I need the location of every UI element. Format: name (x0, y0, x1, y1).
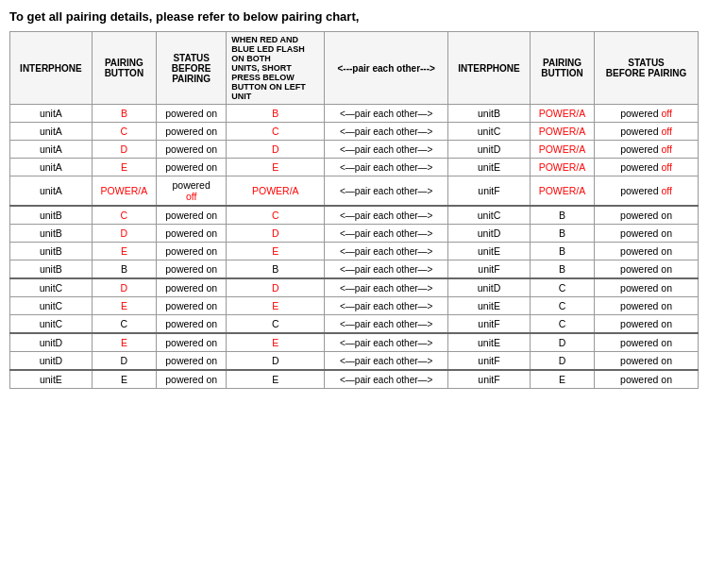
press-btn: E (227, 243, 325, 260)
status2: powered on (595, 260, 699, 279)
arrow: <—pair each other—> (325, 141, 448, 159)
status2: powered on (595, 352, 699, 371)
unit2: unitD (448, 141, 531, 159)
press-btn: D (227, 352, 325, 371)
btn2: D (530, 352, 594, 371)
status2: powered on (595, 225, 699, 243)
status2: powered off (595, 141, 699, 159)
btn2: POWER/A (530, 176, 594, 207)
btn2: B (530, 260, 594, 279)
status1: powered on (156, 159, 226, 176)
press-btn: E (227, 333, 325, 352)
status1: powered on (156, 278, 226, 297)
status1: powered on (156, 105, 226, 123)
arrow: <—pair each other—> (325, 176, 448, 207)
unit1: unitB (10, 206, 93, 225)
btn2: B (530, 243, 594, 260)
header-pairing-button: PAIRINGBUTTON (92, 32, 156, 105)
btn2: POWER/A (530, 141, 594, 159)
arrow: <—pair each other—> (325, 297, 448, 315)
status1: poweredoff (156, 176, 226, 207)
press-btn: D (227, 141, 325, 159)
status1: powered on (156, 333, 226, 352)
press-btn: B (227, 260, 325, 279)
btn1: POWER/A (92, 176, 156, 207)
btn1: D (92, 352, 156, 371)
btn1: E (92, 333, 156, 352)
btn2: POWER/A (530, 123, 594, 141)
unit2: unitF (448, 370, 531, 389)
press-btn: D (227, 278, 325, 297)
status1: powered on (156, 370, 226, 389)
header-status-before2: STATUSBEFORE PAIRING (595, 32, 699, 105)
arrow: <—pair each other—> (325, 260, 448, 279)
arrow: <—pair each other—> (325, 370, 448, 389)
arrow: <—pair each other—> (325, 243, 448, 260)
arrow: <—pair each other—> (325, 105, 448, 123)
btn2: E (530, 370, 594, 389)
status2: powered off (595, 105, 699, 123)
press-btn: B (227, 105, 325, 123)
unit2: unitE (448, 333, 531, 352)
btn1: D (92, 141, 156, 159)
unit1: unitC (10, 315, 93, 334)
status2: powered on (595, 297, 699, 315)
status2: powered off (595, 123, 699, 141)
btn2: POWER/A (530, 105, 594, 123)
unit2: unitF (448, 176, 531, 207)
btn2: B (530, 225, 594, 243)
arrow: <—pair each other—> (325, 159, 448, 176)
unit2: unitB (448, 105, 531, 123)
press-btn: C (227, 123, 325, 141)
unit1: unitA (10, 159, 93, 176)
btn2: D (530, 333, 594, 352)
status2: powered on (595, 206, 699, 225)
unit1: unitA (10, 105, 93, 123)
arrow: <—pair each other—> (325, 333, 448, 352)
header-instruction: WHEN RED ANDBLUE LED FLASHON BOTHUNITS, … (227, 32, 325, 105)
status2: powered on (595, 370, 699, 389)
btn1: C (92, 123, 156, 141)
press-btn: E (227, 297, 325, 315)
header-pairing-button2: PAIRINGBUTTION (530, 32, 594, 105)
header-arrow: <---pair each other---> (325, 32, 448, 105)
btn1: B (92, 260, 156, 279)
pairing-chart: INTERPHONE PAIRINGBUTTON STATUSBEFOREPAI… (9, 31, 699, 389)
btn1: E (92, 297, 156, 315)
unit1: unitD (10, 333, 93, 352)
status1: powered on (156, 243, 226, 260)
arrow: <—pair each other—> (325, 352, 448, 371)
press-btn: D (227, 225, 325, 243)
header-status-before: STATUSBEFOREPAIRING (156, 32, 226, 105)
status2: powered on (595, 315, 699, 334)
status1: powered on (156, 141, 226, 159)
status1: powered on (156, 206, 226, 225)
status2: powered off (595, 159, 699, 176)
press-btn: E (227, 370, 325, 389)
unit1: unitB (10, 243, 93, 260)
status1: powered on (156, 352, 226, 371)
unit1: unitC (10, 278, 93, 297)
press-btn: E (227, 159, 325, 176)
unit2: unitE (448, 159, 531, 176)
unit2: unitE (448, 297, 531, 315)
btn2: POWER/A (530, 159, 594, 176)
status1: powered on (156, 123, 226, 141)
unit2: unitD (448, 278, 531, 297)
unit1: unitB (10, 225, 93, 243)
btn1: D (92, 278, 156, 297)
unit2: unitE (448, 243, 531, 260)
arrow: <—pair each other—> (325, 206, 448, 225)
status1: powered on (156, 225, 226, 243)
unit1: unitA (10, 176, 93, 207)
arrow: <—pair each other—> (325, 278, 448, 297)
btn1: B (92, 105, 156, 123)
btn2: C (530, 297, 594, 315)
status2: powered off (595, 176, 699, 207)
btn2: C (530, 315, 594, 334)
page-title: To get all pairing details, please refer… (9, 9, 699, 24)
unit2: unitC (448, 123, 531, 141)
unit2: unitF (448, 260, 531, 279)
status2: powered on (595, 333, 699, 352)
btn2: C (530, 278, 594, 297)
